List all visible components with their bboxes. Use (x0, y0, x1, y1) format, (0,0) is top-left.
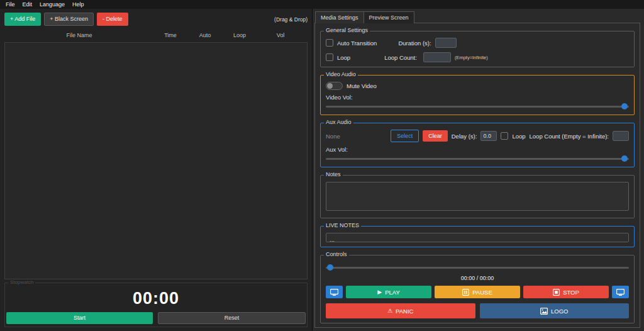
aux-vol-label: Aux Vol: (326, 146, 629, 153)
loop-checkbox[interactable] (326, 53, 333, 61)
seek-slider[interactable] (326, 264, 629, 271)
aux-volume-slider[interactable] (326, 155, 629, 162)
slider-track (326, 106, 629, 108)
playlist-toolbar: + Add File + Black Screen - Delete (Drag… (4, 11, 308, 29)
pause-label: PAUSE (472, 289, 492, 296)
monitor-icon (330, 289, 338, 296)
playlist-drop-area[interactable] (4, 42, 308, 279)
general-settings-legend: General Settings (324, 27, 370, 33)
notes-legend: Notes (324, 171, 343, 177)
pause-button[interactable]: PAUSE (435, 286, 520, 298)
loop-label: Loop (337, 54, 350, 61)
video-vol-label: Video Vol: (326, 94, 629, 101)
duration-label: Duration (s): (398, 40, 431, 47)
panic-label: PANIC (396, 308, 413, 315)
controls-group: Controls 00:00 / 00:00 ▶ (320, 255, 635, 323)
video-volume-handle[interactable] (621, 103, 628, 109)
aux-delay-label: Delay (s): (452, 133, 477, 140)
live-notes-legend: LIVE NOTES (324, 222, 361, 228)
aux-loop-label: Loop (512, 133, 525, 140)
stop-label: STOP (563, 289, 579, 296)
logo-button[interactable]: LOGO (480, 303, 630, 318)
slider-track (326, 267, 629, 269)
stopwatch-group: Stopwatch 00:00 Start Reset (4, 283, 308, 327)
playlist-header-row: File Name Time Auto Loop Vol (4, 29, 308, 42)
stop-icon (553, 289, 560, 296)
aux-clear-button[interactable]: Clear (423, 130, 448, 142)
stopwatch-legend: Stopwatch (8, 279, 35, 285)
panic-button[interactable]: ⚠ PANIC (326, 303, 475, 318)
output-screen-left-button[interactable] (326, 286, 343, 298)
video-audio-group: Video Audio Mute Video Video Vol: (320, 75, 635, 115)
menu-file[interactable]: File (2, 1, 19, 8)
pause-icon (462, 289, 469, 296)
tab-media-settings[interactable]: Media Settings (315, 11, 364, 23)
app-window: File Edit Language Help + Add File + Bla… (0, 0, 644, 331)
live-notes-box[interactable]: ... (326, 233, 629, 242)
aux-delay-input[interactable] (480, 131, 497, 141)
logo-label: LOGO (551, 308, 568, 315)
output-screen-right-button[interactable] (612, 286, 629, 298)
notes-textarea[interactable] (326, 182, 629, 211)
column-header-time: Time (154, 32, 187, 38)
tab-bar: Media Settings Preview Screen (314, 11, 640, 23)
aux-audio-legend: Aux Audio (324, 119, 353, 125)
aux-audio-group: Aux Audio None Select Clear Delay (s): L… (320, 123, 635, 167)
monitor-icon (616, 289, 625, 296)
black-screen-button[interactable]: + Black Screen (44, 13, 94, 26)
menu-bar: File Edit Language Help (0, 0, 644, 9)
column-header-file-name: File Name (4, 32, 154, 38)
seek-handle[interactable] (327, 264, 333, 271)
play-button[interactable]: ▶ PLAY (346, 286, 431, 298)
notes-group: Notes (320, 175, 635, 218)
stop-button[interactable]: STOP (523, 286, 609, 298)
column-header-loop: Loop (223, 32, 256, 38)
general-settings-group: General Settings Auto Transition Duratio… (320, 31, 635, 67)
stopwatch-start-button[interactable]: Start (6, 312, 153, 324)
settings-panel: Media Settings Preview Screen General Se… (313, 9, 644, 331)
column-header-auto: Auto (187, 32, 223, 38)
aux-volume-handle[interactable] (621, 155, 628, 162)
add-file-button[interactable]: + Add File (4, 13, 41, 26)
live-notes-group: LIVE NOTES ... (320, 226, 635, 247)
video-audio-legend: Video Audio (324, 71, 358, 77)
aux-loop-count-input[interactable] (613, 131, 629, 141)
loop-count-label: Loop Count: (384, 54, 417, 61)
duration-input[interactable] (435, 38, 457, 48)
play-label: PLAY (385, 289, 400, 296)
mute-video-toggle[interactable] (326, 82, 343, 90)
aux-loop-count-label: Loop Count (Empty = Infinite): (530, 133, 609, 140)
transport-row: ▶ PLAY PAUSE (326, 286, 629, 298)
toggle-knob (327, 83, 333, 89)
controls-legend: Controls (324, 251, 349, 257)
drag-drop-hint: (Drag & Drop) (274, 16, 308, 23)
stopwatch-reset-button[interactable]: Reset (158, 312, 306, 324)
menu-help[interactable]: Help (69, 1, 88, 8)
empty-infinite-hint: (Empty=Infinite) (455, 55, 488, 60)
delete-button[interactable]: - Delete (97, 13, 128, 26)
auto-transition-checkbox[interactable] (326, 39, 333, 47)
column-header-vol: Vol (256, 32, 305, 38)
aux-loop-checkbox[interactable] (501, 132, 508, 140)
play-icon: ▶ (377, 289, 382, 295)
playlist-panel: + Add File + Black Screen - Delete (Drag… (0, 9, 313, 331)
menu-language[interactable]: Language (36, 1, 69, 8)
loop-count-input[interactable] (423, 52, 451, 62)
stopwatch-time: 00:00 (6, 289, 306, 308)
image-icon (540, 308, 548, 315)
time-display: 00:00 / 00:00 (326, 275, 629, 281)
video-volume-slider[interactable] (326, 103, 629, 110)
slider-track (326, 158, 629, 160)
auto-transition-label: Auto Transition (337, 40, 377, 47)
bottom-row: ⚠ PANIC LOGO (326, 303, 629, 318)
media-settings-page: General Settings Auto Transition Duratio… (314, 23, 640, 328)
menu-edit[interactable]: Edit (19, 1, 36, 8)
main-area: + Add File + Black Screen - Delete (Drag… (0, 9, 644, 331)
tab-preview-screen[interactable]: Preview Screen (364, 11, 414, 23)
aux-select-button[interactable]: Select (391, 130, 419, 142)
aux-file-label: None (326, 133, 340, 140)
mute-video-label: Mute Video (347, 82, 377, 89)
warning-icon: ⚠ (387, 308, 392, 314)
